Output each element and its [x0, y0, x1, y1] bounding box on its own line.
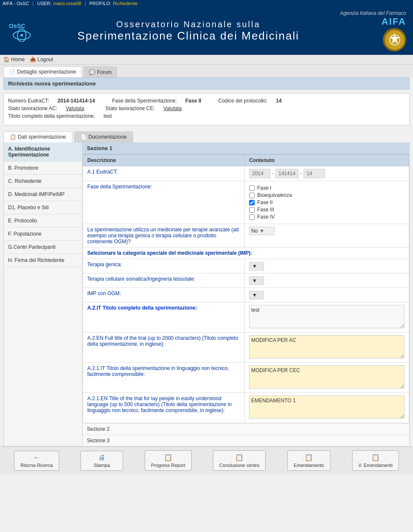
content-a21it: MODIFICA PER CEC — [245, 363, 409, 393]
eudract-part3: 14 — [304, 169, 325, 178]
top-user-link[interactable]: mario.rossi08 — [53, 1, 81, 6]
content-tab-doc[interactable]: 📄 Documentazione — [74, 131, 133, 142]
sidebar-item-F[interactable]: F. Popolazione — [4, 228, 82, 241]
sidebar-item-E[interactable]: E. Protocollo — [4, 214, 82, 228]
stampa-label: Stampa — [94, 463, 110, 468]
stampa-button[interactable]: 🖨 Stampa — [80, 451, 123, 471]
page-tabs: 📄 Dettaglio sperimentazione 💬 Forum — [0, 65, 413, 77]
nav-bar: 🏠 Home 📤 Logout — [0, 55, 413, 65]
stato-ce-label: Stato lavorazione CE: — [106, 105, 155, 111]
sidebar-item-G[interactable]: G.Centri Partecipanti — [4, 241, 82, 254]
top-profile-link[interactable]: Richiedente — [113, 1, 138, 6]
home-link[interactable]: 🏠 Home — [3, 57, 25, 63]
textarea-a2it[interactable]: test — [249, 305, 404, 328]
section1-table: Descrizione Contenuto A.1 EudraCT: 2014 … — [83, 154, 409, 423]
content-fase: Fase I Bioequivalenza Fase II Fase — [245, 181, 409, 224]
ossc-logo: OsSC — [7, 20, 37, 42]
row-a2it: A.2.IT Titolo completo della sperimentaz… — [83, 302, 409, 333]
bottom-buttons: ← Ritorna Ricerca 🖨 Stampa 📋 Progress Re… — [0, 447, 413, 474]
dropdown-terapia-genica[interactable]: ▼ — [249, 262, 264, 270]
content-tab-dati-icon: 📋 — [10, 134, 16, 140]
main-content: A. Identificazione Sperimentazione B. Pr… — [3, 142, 410, 447]
conclusione-icon: 📋 — [235, 453, 244, 461]
label-fase-ii: Fase II — [257, 199, 273, 205]
ritorna-button[interactable]: ← Ritorna Ricerca — [14, 451, 59, 471]
categoria-header-cell: Selezionare la categoria speciale del me… — [83, 248, 409, 259]
sidebar-item-B[interactable]: B. Promotore — [4, 162, 82, 175]
top-profile-label: PROFILO: — [89, 1, 111, 6]
stato-ce-value: Valutata — [163, 105, 182, 111]
titolo-value: test — [103, 113, 112, 119]
sidebar-item-H[interactable]: H. Firma del Richiedente — [4, 254, 82, 267]
textarea-a21it[interactable]: MODIFICA PER CEC — [249, 365, 404, 389]
tab-dettaglio[interactable]: 📄 Dettaglio sperimentazione — [3, 66, 82, 77]
row-a21en: A.2.1.EN Title of the trial for lay peop… — [83, 393, 409, 423]
progress-label: Progress Report — [151, 463, 185, 468]
dropdown-imp-ogm[interactable]: ▼ — [249, 291, 264, 299]
tab-forum-icon: 💬 — [89, 69, 95, 75]
row-fase: Fase della Sperimentazione: Fase I Bioeq… — [83, 181, 409, 224]
emendamento-icon: 📋 — [304, 453, 313, 461]
checkbox-fase-iv[interactable] — [249, 214, 255, 220]
checkbox-fase-ii[interactable] — [249, 200, 255, 205]
label-fase-iii: Fase III — [257, 207, 274, 213]
col-contenuto: Contenuto — [245, 155, 409, 166]
header: OsSC Osservatorio Nazionale sulla Sperim… — [0, 7, 413, 55]
checkbox-fase-i[interactable] — [249, 185, 255, 191]
label-terapie: La sperimentazione utilizza un medicinal… — [83, 224, 245, 248]
logout-label: Logout — [37, 57, 53, 63]
row-a21it: A.2.1.IT Titolo della sperimentazione in… — [83, 363, 409, 393]
content-tab-dati[interactable]: 📋 Dati sperimentazione — [3, 131, 72, 142]
stato-ac-label: Stato lavorazione AC: — [8, 105, 57, 111]
sidebar-item-C[interactable]: C. Richiedente — [4, 175, 82, 188]
textarea-a2en[interactable]: MODIFICA PER AC — [249, 335, 404, 358]
checkbox-bioequivalenza[interactable] — [249, 193, 255, 198]
sidebar-item-D[interactable]: D. Medicinali IMP/PeIMP — [4, 188, 82, 201]
row-categoria-header: Selezionare la categoria speciale del me… — [83, 248, 409, 259]
logout-link[interactable]: 📤 Logout — [30, 57, 53, 63]
sezione3-link[interactable]: Sezione 3 — [83, 435, 409, 446]
conclusione-button[interactable]: 📋 Conclusione centro — [213, 450, 266, 471]
fase-label: Fase della Sperimentazione: — [112, 98, 177, 104]
logo-area: OsSC — [7, 20, 37, 42]
ritorna-icon: ← — [33, 454, 40, 461]
v-emendamenti-icon: 📋 — [371, 453, 380, 461]
section1-header: Sezione 1 — [83, 142, 409, 154]
content-a2en: MODIFICA PER AC — [245, 333, 409, 363]
row-terapia-cellulare: Terapia cellulare somatica/Ingegneria te… — [83, 273, 409, 288]
stato-ac-value: Valutata — [66, 105, 84, 111]
emendamento-button[interactable]: 📋 Emendamento — [287, 450, 331, 471]
progress-button[interactable]: 📋 Progress Report — [145, 450, 192, 471]
tab-forum-label: Forum — [97, 69, 112, 75]
sidebar-item-A[interactable]: A. Identificazione Sperimentazione — [4, 142, 82, 162]
label-imp-ogm: IMP con OGM: — [83, 288, 245, 302]
label-a1: A.1 EudraCT: — [83, 166, 245, 181]
sidebar-item-D1[interactable]: D1. Placebo e Siti — [4, 201, 82, 214]
dropdown-terapie[interactable]: No ▼ — [249, 227, 275, 235]
v-emendamenti-button[interactable]: 📋 V. Emendamenti — [352, 450, 399, 471]
tab-forum[interactable]: 💬 Forum — [83, 66, 118, 77]
titolo-label: Titolo completo della sperimentazione: — [8, 113, 95, 119]
top-user-label: USER: — [37, 1, 52, 6]
row-terapia-genica: Terapia genica: ▼ — [83, 259, 409, 273]
row-terapie: La sperimentazione utilizza un medicinal… — [83, 224, 409, 248]
tab-dettaglio-label: Dettaglio sperimentazione — [17, 69, 76, 75]
dropdown-terapia-cellulare[interactable]: ▼ — [249, 276, 264, 285]
eudract-part2: 141414 — [275, 169, 298, 178]
label-a21it: A.2.1.IT Titolo della sperimentazione in… — [83, 363, 245, 393]
fase-value: Fase II — [185, 98, 201, 104]
content-terapia-cellulare: ▼ — [245, 273, 409, 288]
textarea-a21en[interactable]: EMENDAMENTO 1 — [249, 395, 404, 419]
ritorna-label: Ritorna Ricerca — [20, 463, 53, 468]
label-a2it: A.2.IT Titolo completo della sperimentaz… — [83, 302, 245, 333]
checkbox-fase-iii[interactable] — [249, 207, 255, 213]
sezione2-link[interactable]: Sezione 2 — [83, 423, 409, 435]
agency-label: Agenzia Italiana del Farmaco — [340, 10, 406, 16]
label-terapia-genica: Terapia genica: — [83, 259, 245, 273]
terapia-genica-arrow-icon: ▼ — [252, 263, 257, 269]
aifa-logo-area: Agenzia Italiana del Farmaco AIFA — [340, 10, 406, 51]
page-header: Richiesta nuova sperimentazione — [3, 77, 410, 90]
info-box: Numero EudraCT: 2014-141414-14 Fase dell… — [3, 93, 410, 125]
row-imp-ogm: IMP con OGM: ▼ — [83, 288, 409, 302]
content-imp-ogm: ▼ — [245, 288, 409, 302]
